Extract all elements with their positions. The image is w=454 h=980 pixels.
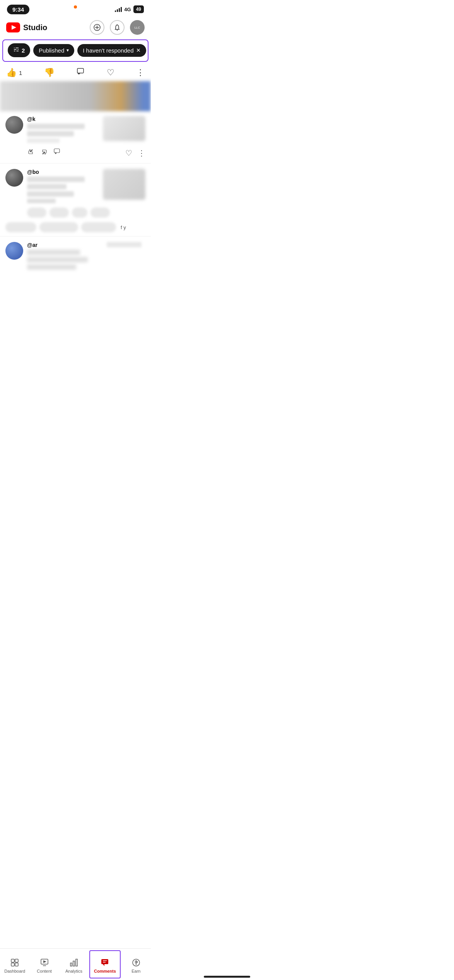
thumbs-down-icon[interactable]: 👎 xyxy=(44,68,55,78)
youtube-logo-icon xyxy=(6,22,20,32)
comment-side-image xyxy=(103,169,145,200)
comment-row: @ar xyxy=(27,242,145,272)
svg-rect-12 xyxy=(77,68,84,73)
comment-item: @k xyxy=(0,112,151,145)
blurred-pill xyxy=(5,222,36,232)
comment-body: @k xyxy=(27,116,99,145)
commenter-name: @ar xyxy=(27,242,103,248)
network-label: 4G xyxy=(124,7,131,12)
comment-body: @bo xyxy=(27,169,99,205)
blurred-pill xyxy=(27,208,46,218)
like-mini-icon[interactable] xyxy=(27,148,35,158)
status-time: 9:34 xyxy=(7,5,29,14)
avatar xyxy=(5,169,23,187)
comment-meta-right xyxy=(107,242,145,249)
blurred-pill xyxy=(49,208,69,218)
like-group: 👍 1 xyxy=(6,68,22,78)
blurred-pill xyxy=(81,222,116,232)
no-response-label: I haven't responded xyxy=(83,47,133,54)
divider xyxy=(0,163,151,163)
comment-text-blurred xyxy=(27,250,80,255)
comment-text-blurred xyxy=(27,257,88,262)
heart-mini-icon[interactable]: ♡ xyxy=(125,148,132,158)
logo-area: Studio xyxy=(6,22,47,32)
published-filter-chip[interactable]: Published ▾ xyxy=(33,44,74,57)
comment-meta-blurred xyxy=(27,138,60,143)
comment-text-blurred xyxy=(27,131,74,136)
first-comment-actions: 👍 1 👎 ♡ ⋮ xyxy=(0,65,151,81)
svg-point-9 xyxy=(15,48,16,49)
comment-item: @bo xyxy=(0,165,151,205)
comment-text-blurred xyxy=(27,199,56,203)
commenter-name: @bo xyxy=(27,169,99,175)
like-count: 1 xyxy=(19,70,22,76)
filter-bar: 2 Published ▾ I haven't responded ✕ Se xyxy=(2,39,148,62)
comment-text-blurred xyxy=(27,177,85,182)
notch-dot xyxy=(74,5,77,9)
heart-icon[interactable]: ♡ xyxy=(107,68,114,78)
no-response-filter-chip[interactable]: I haven't responded ✕ xyxy=(77,44,146,57)
filter-count-label: 2 xyxy=(22,47,25,54)
blurred-pill xyxy=(39,222,78,232)
video-thumbnail-strip xyxy=(0,81,151,111)
comment-text-blurred xyxy=(27,124,85,129)
close-icon[interactable]: ✕ xyxy=(136,47,141,53)
svg-point-5 xyxy=(117,30,118,31)
avatar xyxy=(5,242,23,260)
comment-item: @ar xyxy=(0,238,151,272)
status-icons: 4G 49 xyxy=(115,5,144,13)
blurred-pill xyxy=(72,208,87,218)
app-title: Studio xyxy=(23,23,47,32)
svg-point-11 xyxy=(15,51,17,52)
header-icons: LLC xyxy=(90,20,145,35)
blurred-action-row xyxy=(0,205,151,220)
comment-text-blurred xyxy=(27,184,67,189)
signal-bars xyxy=(115,7,122,12)
comment-side-image xyxy=(103,116,145,141)
dislike-mini-icon[interactable] xyxy=(40,148,48,158)
filter-count-chip[interactable]: 2 xyxy=(8,43,30,57)
notification-button[interactable] xyxy=(110,20,125,35)
reply-icon[interactable] xyxy=(76,67,85,78)
filter-icon xyxy=(13,46,19,54)
avatar xyxy=(5,116,23,134)
comment-section: 👍 1 👎 ♡ ⋮ @k xyxy=(0,65,151,303)
status-bar: 9:34 4G 49 xyxy=(0,0,151,17)
reply-mini-icon[interactable] xyxy=(53,148,61,158)
published-label: Published xyxy=(39,47,64,54)
blurred-tag-row: f y xyxy=(0,220,151,235)
more-options-icon[interactable]: ⋮ xyxy=(136,68,145,78)
commenter-name: @k xyxy=(27,116,99,122)
thumbs-up-icon[interactable]: 👍 xyxy=(6,68,17,78)
blurred-pill xyxy=(90,208,110,218)
svg-point-10 xyxy=(17,49,18,50)
svg-rect-13 xyxy=(54,149,60,153)
chevron-down-icon: ▾ xyxy=(67,48,69,53)
comment-body: @ar xyxy=(27,242,145,272)
more-mini-icon[interactable]: ⋮ xyxy=(138,148,145,158)
partial-text: f y xyxy=(119,222,126,232)
user-avatar[interactable]: LLC xyxy=(130,20,145,35)
battery-icon: 49 xyxy=(133,5,144,13)
app-header: Studio LLC xyxy=(0,17,151,39)
divider xyxy=(0,236,151,236)
comment-text-blurred xyxy=(27,264,76,270)
comment-text-area: @ar xyxy=(27,242,103,272)
comment-text-blurred xyxy=(27,191,74,197)
add-button[interactable] xyxy=(90,20,104,35)
comment-mini-actions: ♡ ⋮ xyxy=(0,145,151,162)
